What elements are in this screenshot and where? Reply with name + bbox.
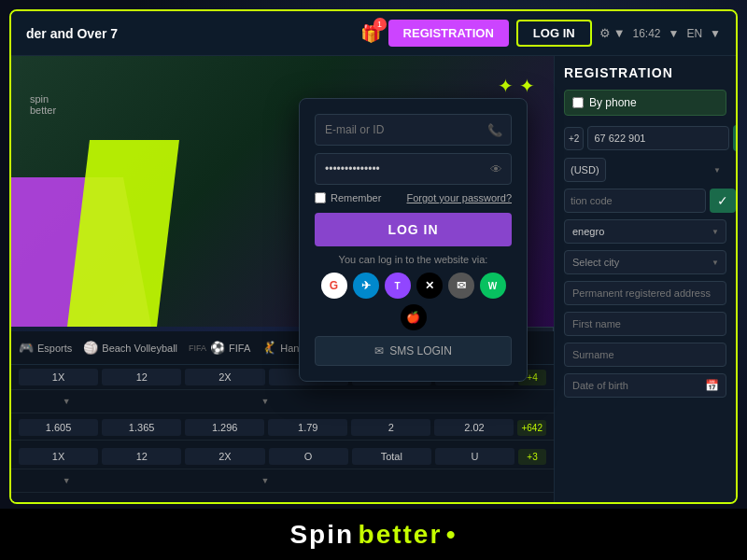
by-phone-checkbox[interactable] bbox=[572, 97, 584, 108]
gift-icon[interactable]: 🎁 1 bbox=[360, 23, 381, 44]
odds-values-row: 1.605 1.365 1.296 1.79 2 2.02 +642 bbox=[11, 415, 554, 441]
odds-val-total[interactable]: 2 bbox=[351, 419, 430, 436]
stars-decoration: ✦ ✦ bbox=[498, 75, 535, 97]
odds-plus-3[interactable]: +3 bbox=[518, 449, 546, 465]
phone-row: +2 document.querySelector('[data-name="p… bbox=[564, 125, 726, 151]
chevron-1: ▼ bbox=[19, 394, 114, 409]
odds-cell-2x-3[interactable]: 2X bbox=[185, 448, 264, 465]
fifa-icon: ⚽ bbox=[210, 341, 225, 355]
language-selector[interactable]: EN bbox=[686, 27, 702, 40]
city-wrap: Select city bbox=[564, 250, 726, 274]
mail-login-button[interactable]: ✉ bbox=[448, 273, 474, 299]
remember-checkbox[interactable] bbox=[315, 192, 326, 203]
twitter-login-button[interactable]: ✕ bbox=[416, 273, 443, 299]
eye-icon[interactable]: 👁 bbox=[490, 162, 502, 176]
sport-beach-volleyball[interactable]: 🏐 Beach Volleyball bbox=[83, 341, 177, 355]
social-icons-container: G ✈ T ✕ ✉ W bbox=[315, 273, 512, 299]
password-input-wrap: 👁 bbox=[315, 153, 512, 185]
header-time: 16:42 bbox=[633, 27, 661, 40]
dob-wrap: 📅 bbox=[564, 373, 726, 398]
chevron-3: ▼ bbox=[218, 394, 313, 409]
google-login-button[interactable]: G bbox=[321, 273, 347, 299]
chevron-6: ▼ bbox=[218, 473, 313, 488]
promo-apply-button[interactable]: ✓ bbox=[710, 189, 736, 213]
fifa-label: FIFA bbox=[229, 343, 250, 354]
odds-val-home[interactable]: 1.605 bbox=[19, 419, 98, 436]
remember-label[interactable]: Remember bbox=[315, 192, 381, 203]
odds-cell-1x-1[interactable]: 1X bbox=[19, 369, 98, 385]
odds-cell-o-3[interactable]: O bbox=[269, 448, 348, 465]
sms-icon: ✉ bbox=[374, 344, 384, 357]
remember-text: Remember bbox=[331, 192, 381, 203]
volleyball-icon: 🏐 bbox=[83, 341, 98, 355]
social-login-text: You can log in to the website via: bbox=[315, 254, 512, 265]
phone-input[interactable] bbox=[587, 126, 729, 150]
chevron-5 bbox=[118, 478, 213, 483]
odds-table: 1X 12 2X O Total U +4 ▼ ▼ 1.605 1 bbox=[11, 365, 554, 502]
chevron-2 bbox=[118, 399, 213, 404]
fifa-prefix: FIFA bbox=[189, 343, 206, 353]
login-modal: 📞 👁 Remember Forgot your password? LOG I… bbox=[299, 98, 528, 382]
odds-header-row-3: 1X 12 2X O Total U +3 bbox=[11, 444, 554, 469]
odds-cell-u-3[interactable]: U bbox=[435, 448, 514, 465]
logo: Spin better • bbox=[289, 520, 457, 550]
sms-login-button[interactable]: ✉ SMS LOGIN bbox=[315, 336, 512, 366]
handball-icon: 🤾 bbox=[261, 341, 276, 355]
logo-spin: Spin bbox=[289, 520, 354, 549]
promo-input[interactable] bbox=[564, 189, 706, 213]
currency-select-wrap: (USD) bbox=[564, 158, 726, 182]
odds-chevrons-1: ▼ ▼ bbox=[11, 390, 554, 413]
email-input-wrap: 📞 bbox=[315, 114, 512, 146]
surname-input[interactable] bbox=[564, 343, 726, 367]
currency-select[interactable]: (USD) bbox=[564, 158, 606, 182]
settings-button[interactable]: ⚙ ▼ bbox=[599, 26, 626, 40]
login-submit-button[interactable]: LOG IN bbox=[315, 213, 512, 246]
odds-val-o[interactable]: 1.79 bbox=[268, 419, 347, 436]
odds-plus-2[interactable]: +642 bbox=[517, 420, 546, 436]
send-email-button[interactable]: ✉ bbox=[733, 125, 736, 151]
gift-badge: 1 bbox=[374, 18, 387, 31]
reg-title: REGISTRATION bbox=[564, 65, 726, 80]
header-actions: 🎁 1 REGISTRATION LOG IN ⚙ ▼ 16:42 ▼ EN ▼ bbox=[360, 20, 721, 47]
logo-dot: • bbox=[446, 520, 458, 549]
address-input[interactable] bbox=[564, 281, 726, 305]
esports-icon: 🎮 bbox=[19, 341, 34, 355]
phone-email-icon: 📞 bbox=[487, 123, 502, 137]
promo-row: ✓ bbox=[564, 189, 726, 213]
volleyball-label: Beach Volleyball bbox=[102, 343, 177, 354]
sport-esports[interactable]: 🎮 Esports bbox=[19, 341, 72, 355]
header-title: der and Over 7 bbox=[26, 26, 118, 41]
odds-val-u[interactable]: 2.02 bbox=[434, 419, 514, 436]
forgot-password-link[interactable]: Forgot your password? bbox=[407, 192, 513, 203]
registration-button[interactable]: REGISTRATION bbox=[388, 20, 509, 47]
odds-cell-total-3[interactable]: Total bbox=[352, 448, 431, 465]
lang-chevron[interactable]: ▼ bbox=[710, 27, 721, 40]
dob-input[interactable] bbox=[564, 373, 726, 398]
apple-icon-row: 🍎 bbox=[315, 304, 512, 330]
country-select[interactable]: enegro bbox=[564, 219, 726, 244]
telegram-login-button[interactable]: ✈ bbox=[353, 273, 379, 299]
wechat-login-button[interactable]: W bbox=[480, 273, 506, 299]
odds-chevrons-3: ▼ ▼ bbox=[11, 469, 554, 493]
twitch-login-button[interactable]: T bbox=[385, 273, 411, 299]
odds-val-score[interactable]: 1.365 bbox=[102, 419, 181, 436]
password-input[interactable] bbox=[315, 153, 512, 185]
odds-cell-1x-3[interactable]: 1X bbox=[19, 448, 98, 465]
calendar-icon: 📅 bbox=[705, 379, 719, 392]
firstname-input[interactable] bbox=[564, 312, 726, 336]
email-input[interactable] bbox=[315, 114, 512, 146]
sport-fifa[interactable]: FIFA ⚽ FIFA bbox=[189, 341, 250, 355]
by-phone-tab[interactable]: By phone bbox=[564, 90, 726, 116]
bottom-bar: Spin better • bbox=[0, 509, 747, 560]
odds-val-away[interactable]: 1.296 bbox=[185, 419, 264, 436]
odds-cell-2x-1[interactable]: 2X bbox=[185, 369, 264, 385]
login-options: Remember Forgot your password? bbox=[315, 192, 512, 203]
header: der and Over 7 🎁 1 REGISTRATION LOG IN ⚙… bbox=[11, 11, 736, 56]
apple-login-button[interactable]: 🍎 bbox=[401, 304, 427, 330]
odds-cell-12-1[interactable]: 12 bbox=[102, 369, 181, 385]
login-header-button[interactable]: LOG IN bbox=[516, 20, 592, 47]
odds-cell-12-3[interactable]: 12 bbox=[102, 448, 181, 465]
header-time-chevron: ▼ bbox=[669, 27, 680, 40]
city-select[interactable]: Select city bbox=[564, 250, 726, 274]
chevron-4: ▼ bbox=[19, 473, 114, 488]
